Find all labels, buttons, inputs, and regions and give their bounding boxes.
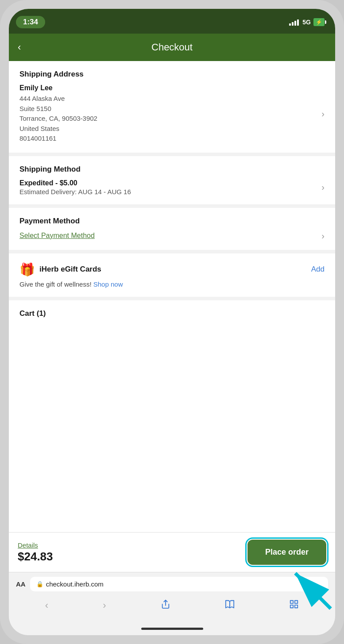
- address-phone: 8014001161: [19, 134, 316, 144]
- gift-card-title: iHerb eGift Cards: [39, 265, 101, 274]
- header-title: Checkout: [151, 42, 193, 53]
- signal-bar-4: [297, 19, 299, 26]
- address-info: Emily Lee 444 Alaska Ave Suite 5150 Torr…: [19, 84, 316, 144]
- status-time: 1:34: [16, 16, 45, 28]
- app-header: ‹ Checkout: [9, 34, 335, 61]
- battery-icon: ⚡: [313, 18, 325, 26]
- signal-bars: [289, 19, 299, 26]
- total-amount: $24.83: [18, 550, 53, 564]
- shipping-method-row[interactable]: Expedited - $5.00 Estimated Delivery: AU…: [19, 179, 325, 196]
- home-indicator: [9, 624, 335, 635]
- svg-rect-2: [295, 601, 298, 603]
- url-bar[interactable]: 🔒 checkout.iherb.com: [30, 577, 328, 591]
- gift-card-desc-text: Give the gift of wellness!: [19, 280, 92, 288]
- back-button[interactable]: ‹: [18, 42, 21, 53]
- gift-cards-header: 🎁 iHerb eGift Cards Add: [19, 262, 325, 277]
- shipping-address-chevron: ›: [321, 109, 325, 119]
- aa-text[interactable]: AA: [16, 580, 26, 588]
- place-order-button[interactable]: Place order: [247, 540, 326, 565]
- browser-bar: AA 🔒 checkout.iherb.com: [9, 572, 335, 591]
- cart-section: Cart (1): [9, 300, 335, 533]
- shipping-method-chevron: ›: [321, 182, 325, 192]
- shipping-method-detail: Expedited - $5.00 Estimated Delivery: AU…: [19, 179, 316, 196]
- lock-icon: 🔒: [36, 581, 43, 587]
- signal-bar-3: [294, 21, 296, 26]
- bottom-details: Details $24.83: [18, 541, 53, 564]
- phone-inner: 1:34 5G ⚡ ‹ Checkout: [9, 9, 335, 635]
- address-line4: United States: [19, 124, 316, 134]
- browser-bookmark-button[interactable]: [220, 596, 240, 615]
- svg-rect-1: [290, 601, 293, 603]
- select-payment-method-link[interactable]: Select Payment Method: [19, 232, 95, 240]
- gift-cards-header-left: 🎁 iHerb eGift Cards: [19, 262, 101, 277]
- svg-rect-4: [290, 605, 293, 608]
- payment-method-section: Payment Method Select Payment Method ›: [9, 208, 335, 250]
- main-content: Shipping Address Emily Lee 444 Alaska Av…: [9, 61, 335, 532]
- details-link[interactable]: Details: [18, 541, 53, 549]
- bottom-bar: Details $24.83 Place order: [9, 532, 335, 572]
- svg-rect-3: [295, 605, 298, 608]
- gift-card-description: Give the gift of wellness! Shop now: [19, 280, 325, 288]
- url-text: checkout.iherb.com: [46, 580, 104, 588]
- signal-bar-2: [292, 22, 294, 26]
- shipping-address-row[interactable]: Emily Lee 444 Alaska Ave Suite 5150 Torr…: [19, 84, 325, 144]
- browser-nav: ‹ ›: [9, 591, 335, 624]
- gift-card-add-button[interactable]: Add: [311, 265, 325, 274]
- address-line3: Torrance, CA, 90503-3902: [19, 114, 316, 124]
- home-bar: [141, 628, 203, 630]
- shipping-address-section: Shipping Address Emily Lee 444 Alaska Av…: [9, 61, 335, 153]
- shipping-method-title: Shipping Method: [19, 165, 325, 174]
- gift-card-icon: 🎁: [19, 262, 35, 277]
- cart-title: Cart (1): [19, 309, 325, 318]
- signal-bar-1: [289, 23, 291, 26]
- browser-forward-button[interactable]: ›: [97, 596, 111, 615]
- address-line1: 444 Alaska Ave: [19, 94, 316, 104]
- gift-card-shop-link[interactable]: Shop now: [93, 280, 123, 288]
- browser-back-button[interactable]: ‹: [40, 596, 54, 615]
- status-icons: 5G ⚡: [289, 18, 325, 26]
- status-bar: 1:34 5G ⚡: [9, 9, 335, 34]
- browser-tabs-button[interactable]: [284, 596, 304, 615]
- gift-cards-section: 🎁 iHerb eGift Cards Add Give the gift of…: [9, 253, 335, 297]
- battery-bolt: ⚡: [316, 19, 322, 25]
- payment-method-chevron: ›: [321, 231, 325, 241]
- shipping-method-name: Expedited - $5.00: [19, 179, 316, 187]
- payment-method-row[interactable]: Select Payment Method ›: [19, 231, 325, 241]
- shipping-method-section: Shipping Method Expedited - $5.00 Estima…: [9, 156, 335, 204]
- browser-share-button[interactable]: [155, 596, 176, 615]
- shipping-address-title: Shipping Address: [19, 70, 325, 79]
- address-line2: Suite 5150: [19, 104, 316, 114]
- network-label: 5G: [302, 19, 311, 26]
- payment-method-title: Payment Method: [19, 217, 325, 226]
- address-name: Emily Lee: [19, 84, 316, 92]
- shipping-method-estimate: Estimated Delivery: AUG 14 - AUG 16: [19, 188, 316, 196]
- phone-frame: 1:34 5G ⚡ ‹ Checkout: [0, 0, 344, 644]
